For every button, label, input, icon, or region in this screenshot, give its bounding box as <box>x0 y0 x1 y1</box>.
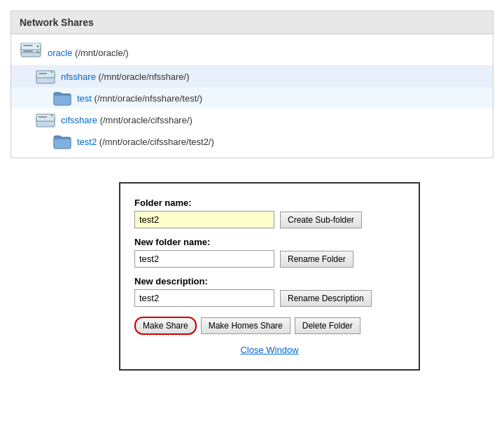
test-link[interactable]: test <box>77 93 92 104</box>
test2-link[interactable]: test2 <box>77 137 97 147</box>
tree-item-test2: test2 (/mnt/oracle/cifsshare/test2/) <box>11 131 493 152</box>
svg-point-9 <box>51 71 52 73</box>
test-folder-icon <box>53 90 71 106</box>
new-folder-name-row: Rename Folder <box>134 250 405 268</box>
rename-description-button[interactable]: Rename Description <box>280 290 372 307</box>
make-share-button[interactable]: Make Share <box>134 317 197 335</box>
new-description-group: New description: Rename Description <box>134 276 405 307</box>
tree-item-test: test (/mnt/oracle/nfsshare/test/) <box>11 88 493 109</box>
delete-folder-button[interactable]: Delete Folder <box>295 317 360 334</box>
tree-item-oracle: oracle (/mnt/oracle/) <box>11 40 493 65</box>
new-description-label: New description: <box>134 276 405 287</box>
rename-folder-button[interactable]: Rename Folder <box>280 251 354 268</box>
test2-path: (/mnt/oracle/cifsshare/test2/) <box>99 137 214 147</box>
cifsshare-link[interactable]: cifsshare <box>61 115 97 125</box>
create-subfolder-button[interactable]: Create Sub-folder <box>280 212 362 228</box>
new-folder-name-input[interactable] <box>134 250 274 268</box>
svg-rect-10 <box>38 73 47 74</box>
test-path: (/mnt/oracle/nfsshare/test/) <box>94 93 203 104</box>
cifsshare-path: (/mnt/oracle/cifsshare/) <box>100 115 192 125</box>
oracle-path: (/mnt/oracle/) <box>75 48 129 58</box>
test2-folder-icon <box>53 134 71 149</box>
nfsshare-icon <box>36 68 55 85</box>
panel-title: Network Shares <box>11 11 493 34</box>
close-window-link[interactable]: Close Window <box>134 345 405 355</box>
svg-rect-6 <box>23 50 33 52</box>
folder-name-group: Folder name: Create Sub-folder <box>134 198 405 228</box>
svg-rect-14 <box>38 116 47 118</box>
oracle-link[interactable]: oracle <box>48 48 72 58</box>
tree-item-cifsshare: cifsshare (/mnt/oracle/cifsshare/) <box>11 109 493 131</box>
folder-name-label: Folder name: <box>134 198 405 208</box>
nfsshare-link[interactable]: nfsshare <box>61 71 96 82</box>
cifsshare-link-text[interactable]: cifsshare (/mnt/oracle/cifsshare/) <box>61 115 192 125</box>
folder-dialog: Folder name: Create Sub-folder New folde… <box>119 182 420 371</box>
new-description-row: Rename Description <box>134 289 405 307</box>
new-folder-name-group: New folder name: Rename Folder <box>134 237 405 268</box>
svg-rect-5 <box>23 45 33 46</box>
nfsshare-link-text[interactable]: nfsshare (/mnt/oracle/nfsshare/) <box>61 71 190 82</box>
svg-point-3 <box>37 46 39 48</box>
action-buttons-row: Make Share Make Homes Share Delete Folde… <box>134 317 405 335</box>
folder-name-input[interactable] <box>134 211 274 228</box>
nfsshare-path: (/mnt/oracle/nfsshare/) <box>99 71 190 82</box>
cifsshare-icon <box>36 111 55 128</box>
tree-item-nfsshare: nfsshare (/mnt/oracle/nfsshare/) <box>11 65 493 88</box>
make-homes-share-button[interactable]: Make Homes Share <box>201 317 290 334</box>
folder-name-row: Create Sub-folder <box>134 211 405 228</box>
svg-point-13 <box>51 115 52 116</box>
test2-link-text[interactable]: test2 (/mnt/oracle/cifsshare/test2/) <box>77 137 214 147</box>
network-shares-panel: Network Shares oracle (/mnt/oracle/) <box>10 11 493 158</box>
server-icon <box>20 43 42 62</box>
oracle-link-text[interactable]: oracle (/mnt/oracle/) <box>48 48 129 58</box>
tree-area: oracle (/mnt/oracle/) nfsshare (/mnt/ora… <box>11 34 493 158</box>
new-description-input[interactable] <box>134 289 274 307</box>
svg-point-4 <box>37 51 39 53</box>
test-link-text[interactable]: test (/mnt/oracle/nfsshare/test/) <box>77 93 202 104</box>
new-folder-name-label: New folder name: <box>134 237 405 247</box>
